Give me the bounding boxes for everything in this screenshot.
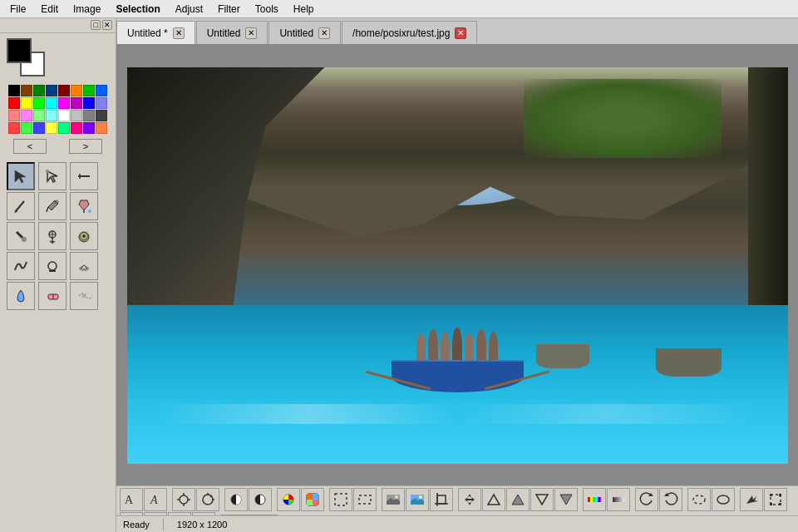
tool-smudge[interactable] [70, 162, 98, 190]
swatch-22[interactable] [83, 110, 95, 121]
swatch-19[interactable] [46, 110, 57, 121]
canvas-image [127, 67, 788, 464]
tb-triangle-up[interactable] [482, 488, 505, 511]
tb-text-italic[interactable]: A [144, 488, 167, 511]
tab-1[interactable]: Untitled ✕ [196, 21, 268, 44]
tab-2[interactable]: Untitled ✕ [268, 21, 341, 44]
swatch-23[interactable] [96, 110, 107, 121]
tab-0[interactable]: Untitled * ✕ [116, 21, 195, 44]
tab-0-close[interactable]: ✕ [173, 27, 185, 39]
menu-tools[interactable]: Tools [249, 2, 285, 17]
swatch-14[interactable] [83, 97, 95, 109]
tb-desaturate[interactable] [607, 488, 630, 511]
svg-point-21 [81, 293, 86, 298]
tool-eyedropper[interactable] [38, 192, 66, 220]
palette-next[interactable]: > [69, 139, 102, 154]
swatch-6[interactable] [83, 85, 95, 96]
menu-help[interactable]: Help [287, 2, 321, 17]
tool-drop[interactable] [7, 282, 35, 310]
tool-brush[interactable] [7, 222, 35, 250]
tb-oval-select[interactable] [687, 488, 711, 511]
tool-select[interactable] [7, 162, 35, 190]
swatch-30[interactable] [83, 122, 95, 134]
toolbox-close[interactable]: ✕ [102, 20, 112, 30]
swatch-29[interactable] [71, 122, 82, 134]
tool-clone[interactable] [38, 222, 66, 250]
tb-brightness[interactable] [172, 488, 195, 511]
tool-eraser[interactable] [38, 282, 66, 310]
tb-image-gray[interactable] [382, 488, 405, 511]
tool-pencil[interactable] [7, 192, 35, 220]
swatch-13[interactable] [71, 97, 82, 109]
tab-3[interactable]: /home/posixru/test.jpg ✕ [342, 21, 477, 44]
person-3 [441, 332, 450, 364]
swatch-7[interactable] [96, 85, 107, 96]
swatch-2[interactable] [33, 85, 45, 96]
swatch-15[interactable] [96, 97, 107, 109]
tb-color-wheel[interactable] [277, 488, 300, 511]
swatch-4[interactable] [58, 85, 70, 96]
tb-contrast-light[interactable] [249, 488, 272, 511]
swatch-17[interactable] [21, 110, 32, 121]
tool-heal[interactable] [7, 252, 35, 280]
swatch-3[interactable] [46, 85, 57, 96]
menu-filter[interactable]: Filter [211, 2, 247, 17]
tb-flip[interactable] [659, 488, 682, 511]
swatch-12[interactable] [58, 97, 70, 109]
tb-transform-select[interactable] [764, 488, 787, 511]
palette-prev[interactable]: < [13, 139, 47, 154]
swatch-31[interactable] [96, 122, 107, 134]
tb-triangle-up-filled[interactable] [506, 488, 530, 511]
menu-file[interactable]: File [3, 2, 32, 17]
swatch-24[interactable] [8, 122, 20, 134]
tb-arrow-tool[interactable] [740, 488, 763, 511]
tb-move-tool[interactable] [458, 488, 481, 511]
svg-rect-58 [595, 497, 598, 502]
tool-smear[interactable] [70, 252, 98, 280]
swatch-16[interactable] [8, 110, 20, 121]
tb-triangle-down-filled[interactable] [554, 488, 578, 511]
menu-adjust[interactable]: Adjust [169, 2, 209, 17]
tb-rect-select-alt[interactable] [353, 488, 377, 511]
toolbox-minimize[interactable]: □ [91, 20, 101, 30]
tb-triangle-down[interactable] [530, 488, 554, 511]
tool-warp[interactable] [70, 282, 98, 310]
tab-1-close[interactable]: ✕ [245, 27, 257, 39]
tb-contrast-dark[interactable] [224, 488, 248, 511]
menu-selection[interactable]: Selection [109, 2, 166, 17]
swatch-25[interactable] [21, 122, 32, 134]
menu-edit[interactable]: Edit [34, 2, 65, 17]
tb-crop[interactable] [430, 488, 453, 511]
swatch-0[interactable] [8, 85, 20, 96]
tb-hue-sat[interactable] [583, 488, 606, 511]
fg-color-swatch[interactable] [7, 38, 32, 63]
swatch-26[interactable] [33, 122, 45, 134]
swatch-1[interactable] [21, 85, 32, 96]
menu-image[interactable]: Image [66, 2, 107, 17]
fg-bg-selector[interactable] [7, 38, 57, 80]
tool-paint-bucket[interactable] [70, 192, 98, 220]
swatch-9[interactable] [21, 97, 32, 109]
swatch-5[interactable] [71, 85, 82, 96]
tool-dodge[interactable] [38, 252, 66, 280]
swatch-28[interactable] [58, 122, 70, 134]
swatch-11[interactable] [46, 97, 57, 109]
tb-color-balance[interactable] [301, 488, 324, 511]
swatch-18[interactable] [33, 110, 45, 121]
tb-text-tool[interactable]: A [120, 488, 143, 511]
swatch-20[interactable] [58, 110, 70, 121]
tab-2-close[interactable]: ✕ [318, 27, 330, 39]
swatch-8[interactable] [8, 97, 20, 109]
tb-oval-select-alt[interactable] [712, 488, 735, 511]
swatch-21[interactable] [71, 110, 82, 121]
svg-point-9 [22, 237, 27, 242]
tab-3-close[interactable]: ✕ [455, 27, 466, 39]
swatch-27[interactable] [46, 122, 57, 134]
tb-rotate[interactable] [635, 488, 658, 511]
tool-burn[interactable] [70, 222, 98, 250]
tool-path-select[interactable] [38, 162, 66, 190]
tb-image-color[interactable] [406, 488, 429, 511]
tb-rect-select[interactable] [329, 488, 352, 511]
tb-brightness-contrast[interactable] [196, 488, 219, 511]
swatch-10[interactable] [33, 97, 45, 109]
